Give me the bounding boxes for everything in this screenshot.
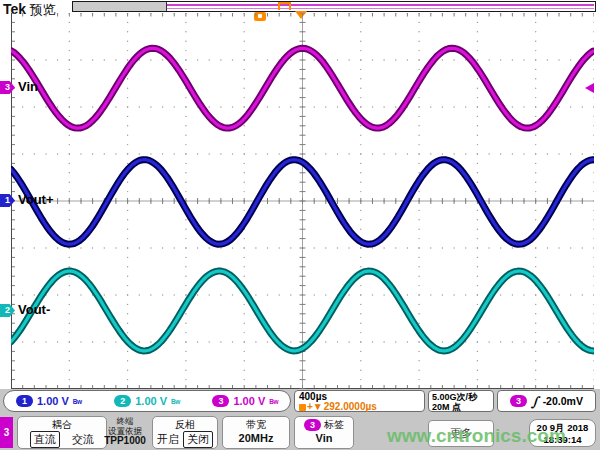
- trigger-readout: 3 ∫ -20.0mV: [497, 390, 596, 412]
- channel-1-readout: 1 1.00 V Bw: [16, 395, 82, 407]
- bandwidth-limit-icon: Bw: [73, 398, 82, 405]
- bandwidth-value: 20MHz: [223, 431, 289, 445]
- trigger-delay-icon: [299, 404, 306, 411]
- record-length: 20M 点: [432, 402, 493, 412]
- invert-on-option[interactable]: 开启: [157, 432, 179, 447]
- bandwidth-limit-icon: Bw: [171, 398, 180, 405]
- record-offscreen-segment: [73, 2, 167, 11]
- menu-coupling[interactable]: 耦合 直流 交流: [17, 416, 107, 449]
- label-title: 标签: [324, 418, 344, 431]
- horizontal-readout: 400µs +▼ 292.0000µs: [294, 390, 425, 412]
- channel-2-scale: 1.00 V: [135, 395, 167, 407]
- termination-line1: 终端: [99, 416, 151, 426]
- channel-1-scale: 1.00 V: [37, 395, 69, 407]
- label-value: Vin: [295, 431, 353, 445]
- coupling-dc-option[interactable]: 直流: [30, 431, 60, 448]
- coupling-title: 耦合: [18, 418, 106, 431]
- channel-2-badge: 2: [114, 395, 131, 407]
- menu-label[interactable]: 3 标签 Vin: [294, 416, 354, 449]
- bandwidth-title: 带宽: [223, 418, 289, 431]
- channel-2-readout: 2 1.00 V Bw: [114, 395, 180, 407]
- sample-rate: 5.00G次/秒: [432, 392, 493, 402]
- vertical-scale-readout: 1 1.00 V Bw 2 1.00 V Bw 3 1.00 V Bw: [3, 390, 291, 412]
- trigger-delay-readout: +▼ 292.0000µs: [299, 402, 424, 412]
- invert-title: 反相: [153, 418, 217, 431]
- waveform-label-voutminus: Vout-: [18, 302, 50, 317]
- oscilloscope-screen: Tek 预览 3 1 2 Vin Vout+ Vout- 1 1.00 V Bw…: [0, 0, 600, 450]
- menu-termination: 终端 设置依据 TPP1000: [99, 416, 151, 446]
- coupling-ac-option[interactable]: 交流: [72, 432, 94, 447]
- zoom-region-icon: [278, 2, 291, 10]
- waveform-graticule: [11, 13, 594, 389]
- invert-off-option[interactable]: 关闭: [183, 431, 213, 448]
- watermark: www.cntronics.com: [387, 425, 566, 447]
- trigger-slope-icon: ∫: [531, 394, 539, 409]
- channel-1-badge: 1: [16, 395, 33, 407]
- label-channel-badge: 3: [304, 419, 321, 431]
- channel-3-scale: 1.00 V: [233, 395, 265, 407]
- menu-bandwidth[interactable]: 带宽 20MHz: [222, 416, 290, 449]
- channel-3-badge: 3: [212, 395, 229, 407]
- record-view-bar: [72, 1, 596, 12]
- waveform-label-voutplus: Vout+: [18, 192, 54, 207]
- record-waveform-preview-2: [167, 8, 594, 9]
- trigger-delay-value: 292.0000µs: [324, 402, 377, 412]
- trigger-level-value: -20.0mV: [543, 395, 583, 407]
- bandwidth-limit-icon: Bw: [269, 398, 278, 405]
- acquisition-readout: 5.00G次/秒 20M 点: [428, 390, 494, 412]
- trigger-delay-prefix-icon: +▼: [307, 402, 323, 412]
- termination-probe: TPP1000: [99, 436, 151, 446]
- menu-channel-tab: 3: [0, 417, 13, 448]
- trigger-level-arrow[interactable]: [585, 83, 594, 93]
- trigger-source-badge: 3: [510, 395, 527, 407]
- menu-invert[interactable]: 反相 开启 关闭: [152, 416, 218, 449]
- waveform-label-vin: Vin: [18, 79, 38, 94]
- channel-3-readout: 3 1.00 V Bw: [212, 395, 278, 407]
- record-waveform-preview: [167, 4, 594, 6]
